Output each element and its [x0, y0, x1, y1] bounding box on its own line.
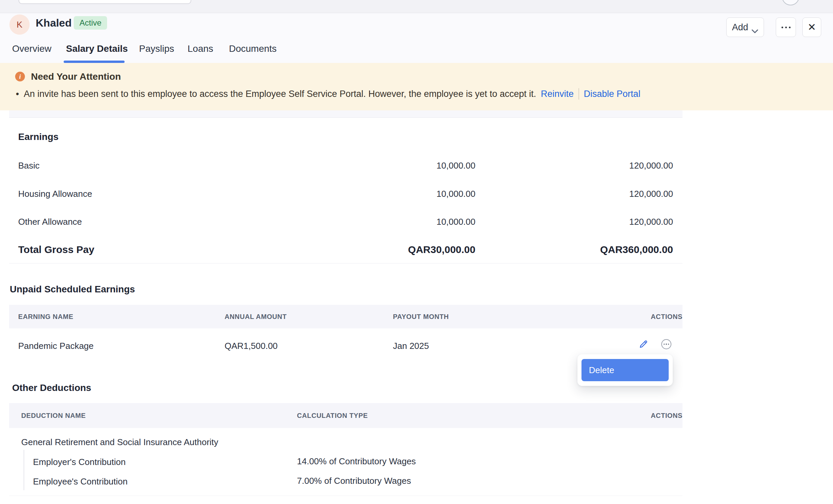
- col-earning-name: EARNING NAME: [18, 305, 73, 328]
- link-separator: [578, 88, 579, 100]
- close-icon: ✕: [807, 22, 816, 32]
- delete-menu-item[interactable]: Delete: [581, 359, 669, 381]
- add-button-label: Add: [732, 22, 748, 33]
- attention-banner: i Need Your Attention • An invite has be…: [0, 63, 833, 110]
- close-button[interactable]: ✕: [802, 18, 821, 37]
- search-input[interactable]: [19, 0, 191, 4]
- employee-salary-details-screen: K Khaled Active Add ✕ Overview Salary De…: [0, 0, 833, 504]
- bottom-divider: [9, 496, 683, 496]
- col-payout-month: PAYOUT MONTH: [393, 305, 449, 328]
- more-options-button[interactable]: [776, 18, 796, 37]
- banner-bullet: •: [16, 89, 19, 99]
- status-badge: Active: [74, 16, 107, 30]
- chevron-down-icon: [752, 25, 758, 29]
- info-icon: i: [15, 72, 25, 81]
- deduction-row-name: Employer's Contribution: [33, 457, 125, 467]
- earning-row-annual: 120,000.00: [471, 160, 673, 171]
- add-button[interactable]: Add: [726, 18, 764, 37]
- earning-row-monthly: 10,000.00: [303, 189, 475, 199]
- actions-menu: Delete: [577, 354, 673, 386]
- scrolled-section-partial: [9, 110, 683, 118]
- deduction-row-calc: 7.00% of Contributory Wages: [297, 476, 411, 486]
- col-actions: ACTIONS: [581, 403, 683, 428]
- user-avatar[interactable]: [782, 0, 799, 5]
- earning-row-label: Other Allowance: [18, 217, 82, 227]
- col-calculation-type: CALCULATION TYPE: [297, 403, 368, 428]
- tab-salary-details[interactable]: Salary Details: [66, 43, 128, 54]
- employee-name: Khaled: [36, 17, 72, 29]
- deduction-group-name: General Retirement and Social Insurance …: [21, 437, 218, 448]
- banner-title: Need Your Attention: [31, 71, 121, 82]
- earning-row-annual: 120,000.00: [471, 217, 673, 227]
- earning-row-label: Housing Allowance: [18, 189, 92, 199]
- employee-avatar: K: [9, 15, 30, 35]
- earning-row-label: Basic: [18, 160, 40, 171]
- other-deductions-heading: Other Deductions: [12, 382, 91, 393]
- edit-button[interactable]: [638, 339, 648, 349]
- banner-message: An invite has been sent to this employee…: [24, 89, 536, 99]
- indent-guide: [24, 450, 24, 490]
- active-tab-underline: [64, 60, 125, 63]
- pencil-icon: [638, 345, 648, 350]
- ellipsis-icon: [782, 27, 791, 28]
- col-annual-amount: ANNUAL AMOUNT: [224, 305, 287, 328]
- deduction-row-name: Employee's Contribution: [33, 476, 127, 487]
- total-gross-pay-annual: QAR360,000.00: [471, 244, 673, 255]
- tab-payslips[interactable]: Payslips: [139, 43, 174, 54]
- disable-portal-link[interactable]: Disable Portal: [584, 89, 640, 99]
- unpaid-row-name: Pandemic Package: [18, 341, 94, 351]
- row-more-button[interactable]: [661, 339, 671, 349]
- total-gross-pay-label: Total Gross Pay: [18, 244, 94, 255]
- tab-loans[interactable]: Loans: [188, 43, 213, 54]
- deductions-table-header: DEDUCTION NAME CALCULATION TYPE ACTIONS: [9, 403, 683, 428]
- reinvite-link[interactable]: Reinvite: [541, 89, 574, 99]
- unpaid-row-amount: QAR1,500.00: [224, 341, 278, 351]
- total-gross-pay-monthly: QAR30,000.00: [303, 244, 475, 255]
- deduction-row-calc: 14.00% of Contributory Wages: [297, 456, 416, 467]
- earning-row-monthly: 10,000.00: [303, 217, 475, 227]
- tab-overview[interactable]: Overview: [12, 43, 51, 54]
- earning-row-annual: 120,000.00: [471, 189, 673, 199]
- top-app-strip: [0, 0, 833, 13]
- employee-header: K Khaled Active Add ✕ Overview Salary De…: [0, 13, 833, 63]
- earning-row-monthly: 10,000.00: [303, 160, 475, 171]
- section-divider: [9, 263, 683, 263]
- ellipsis-icon: [664, 344, 665, 345]
- unpaid-row-month: Jan 2025: [393, 341, 429, 351]
- tab-documents[interactable]: Documents: [229, 43, 277, 54]
- col-deduction-name: DEDUCTION NAME: [21, 403, 86, 428]
- col-actions: ACTIONS: [581, 305, 683, 328]
- earnings-heading: Earnings: [18, 131, 58, 142]
- unpaid-table-header: EARNING NAME ANNUAL AMOUNT PAYOUT MONTH …: [9, 305, 683, 328]
- unpaid-scheduled-earnings-heading: Unpaid Scheduled Earnings: [10, 284, 135, 295]
